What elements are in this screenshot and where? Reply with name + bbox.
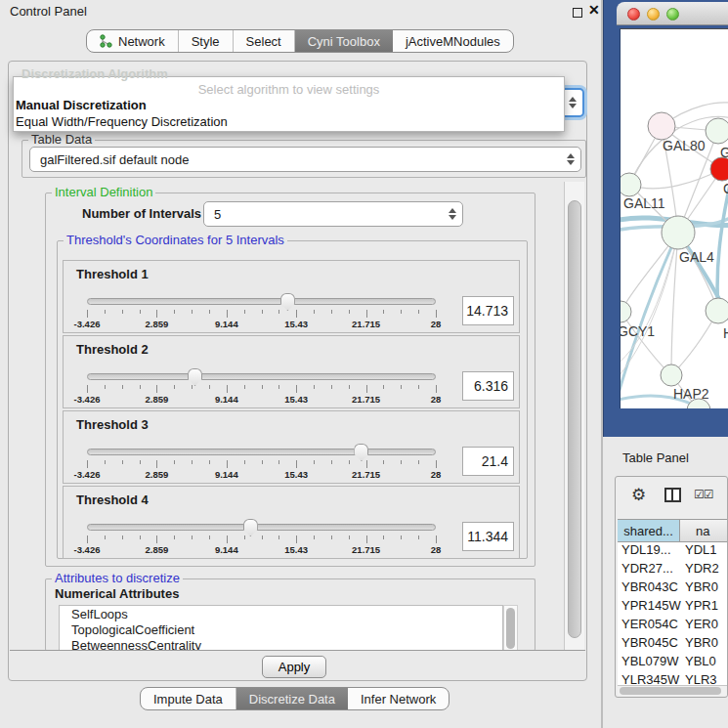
- node-label: GAL80: [663, 138, 706, 153]
- node-label: H: [723, 325, 728, 341]
- scrollbar-thumb[interactable]: [568, 200, 581, 638]
- network-node[interactable]: [706, 298, 728, 323]
- slider-ticks: [87, 535, 436, 543]
- slider-knob[interactable]: [280, 293, 295, 311]
- tab-jactivemnodules[interactable]: jActiveMNodules: [393, 30, 513, 52]
- threshold-slider[interactable]: [87, 524, 436, 531]
- table-header: shared... na: [618, 519, 728, 542]
- table-row[interactable]: YER054CYER0: [618, 617, 728, 635]
- table-data-combobox[interactable]: galFiltered.sif default node: [29, 147, 581, 172]
- threshold-slider[interactable]: [87, 373, 436, 380]
- tab-network[interactable]: Network: [87, 30, 179, 52]
- algorithm-hint-option[interactable]: Select algorithm to view settings: [14, 82, 564, 97]
- table-cell: YDL19...: [618, 542, 682, 561]
- column-header-name[interactable]: na: [680, 520, 728, 541]
- attribute-item[interactable]: TopologicalCoefficient: [60, 621, 502, 637]
- tab-impute-data[interactable]: Impute Data: [141, 688, 236, 709]
- scrollbar-thumb[interactable]: [620, 687, 721, 695]
- table-panel: Table Panel ⚙ ☑☑ shared... na YDL19...YD…: [604, 437, 728, 728]
- gear-icon[interactable]: ⚙: [631, 485, 646, 505]
- threshold-slider[interactable]: [87, 449, 436, 455]
- minimize-traffic-light-icon[interactable]: [647, 8, 660, 21]
- interval-definition-group-title: Interval Definition: [52, 185, 155, 199]
- network-view-window: GAL80GACGAL11GAL4GCY1HHAP2: [603, 0, 728, 437]
- network-node[interactable]: [621, 301, 631, 322]
- table-cell: YDR2: [682, 561, 728, 579]
- combo-arrows-icon: [449, 208, 456, 220]
- close-icon[interactable]: ✕: [588, 2, 600, 18]
- close-traffic-light-icon[interactable]: [627, 8, 640, 21]
- threshold-slider[interactable]: [87, 298, 436, 305]
- network-node[interactable]: [621, 173, 641, 196]
- table-panel-title: Table Panel: [622, 450, 689, 465]
- table-row[interactable]: YBR043CYBR0: [618, 579, 728, 598]
- attribute-item[interactable]: SelfLoops: [60, 606, 502, 621]
- threshold-value-field[interactable]: 11.344: [462, 522, 514, 551]
- table-cell: YBR0: [682, 579, 728, 598]
- network-icon: [100, 34, 112, 48]
- column-header-shared-name[interactable]: shared...: [618, 520, 680, 541]
- network-node[interactable]: [661, 364, 682, 386]
- slider-tick-labels: -3.4262.8599.14415.4321.71528: [87, 544, 436, 556]
- table-cell: YLR3: [682, 672, 728, 685]
- algorithm-option-equal-width[interactable]: Equal Width/Frequency Discretization: [16, 114, 228, 129]
- control-panel: Control Panel ✕ Network Style Select Cyn…: [0, 0, 603, 728]
- network-node[interactable]: [662, 216, 695, 249]
- attribute-item[interactable]: BetweennessCentrality: [60, 637, 502, 651]
- table-row[interactable]: YPR145WYPR1: [618, 598, 728, 617]
- table-row[interactable]: YBR045CYBR0: [618, 635, 728, 654]
- split-columns-icon[interactable]: [664, 488, 681, 502]
- bottom-tab-bar: Impute Data Discretize Data Infer Networ…: [140, 687, 450, 710]
- network-node[interactable]: [710, 157, 728, 181]
- table-cell: YDR27...: [618, 561, 682, 579]
- tab-select[interactable]: Select: [234, 30, 295, 52]
- number-of-intervals-value: 5: [214, 207, 221, 222]
- number-of-intervals-combobox[interactable]: 5: [203, 201, 463, 227]
- thresholds-group-title: Threshold's Coordinates for 5 Intervals: [64, 233, 287, 247]
- tab-style[interactable]: Style: [179, 30, 234, 52]
- select-columns-icon[interactable]: ☑☑: [694, 488, 713, 501]
- threshold-value-field[interactable]: 21.4: [462, 447, 514, 476]
- table-row[interactable]: YLR345WYLR3: [618, 672, 728, 685]
- tab-cyni-toolbox[interactable]: Cyni Toolbox: [295, 30, 393, 52]
- top-tab-bar: Network Style Select Cyni Toolbox jActiv…: [86, 29, 514, 53]
- table-row[interactable]: YDL19...YDL1: [618, 542, 728, 561]
- zoom-traffic-light-icon[interactable]: [666, 8, 679, 21]
- slider-knob[interactable]: [243, 519, 258, 536]
- node-table-body: YDL19...YDL1YDR27...YDR2YBR043CYBR0YPR14…: [618, 542, 728, 685]
- network-canvas[interactable]: GAL80GACGAL11GAL4GCY1HHAP2: [620, 28, 728, 408]
- network-node[interactable]: [706, 118, 728, 144]
- slider-knob[interactable]: [188, 368, 202, 386]
- table-row[interactable]: YDR27...YDR2: [618, 561, 728, 579]
- panel-title: Control Panel: [10, 4, 87, 19]
- threshold-value-field[interactable]: 14.713: [462, 296, 514, 325]
- node-label: GAL4: [679, 249, 714, 265]
- table-row[interactable]: YBL079WYBL0: [618, 654, 728, 672]
- tab-label: Network: [118, 34, 165, 49]
- network-node[interactable]: [648, 112, 675, 140]
- threshold-4-panel: Threshold 4 -3.4262.8599.14415.4321.7152…: [63, 486, 520, 559]
- slider-knob[interactable]: [354, 444, 368, 461]
- threshold-label: Threshold 2: [76, 342, 149, 357]
- table-cell: YER054C: [618, 617, 682, 635]
- attributes-scrollbar[interactable]: [503, 605, 518, 651]
- float-window-icon[interactable]: [573, 8, 582, 18]
- algorithm-option-manual[interactable]: Manual Discretization: [16, 98, 147, 112]
- numerical-attributes-label: Numerical Attributes: [55, 586, 179, 601]
- tab-discretize-data[interactable]: Discretize Data: [236, 688, 348, 709]
- numerical-attributes-list[interactable]: SelfLoopsTopologicalCoefficientBetweenne…: [59, 605, 503, 651]
- node-label: GCY1: [621, 323, 655, 339]
- viewport-divider: [10, 650, 585, 651]
- table-cell: YBR0: [682, 635, 728, 654]
- table-horizontal-scrollbar[interactable]: [618, 685, 728, 696]
- slider-tick-labels: -3.4262.8599.14415.4321.71528: [87, 394, 436, 406]
- slider-ticks: [87, 460, 436, 468]
- node-table: ⚙ ☑☑ shared... na YDL19...YDL1YDR27...YD…: [615, 476, 728, 698]
- main-scrollbar[interactable]: [564, 182, 584, 650]
- table-cell: YDL1: [682, 542, 728, 561]
- threshold-value-field[interactable]: 6.316: [462, 371, 514, 401]
- network-window-titlebar[interactable]: [617, 2, 728, 25]
- threshold-label: Threshold 1: [76, 267, 149, 281]
- tab-infer-network[interactable]: Infer Network: [348, 688, 449, 709]
- apply-button[interactable]: Apply: [262, 656, 326, 678]
